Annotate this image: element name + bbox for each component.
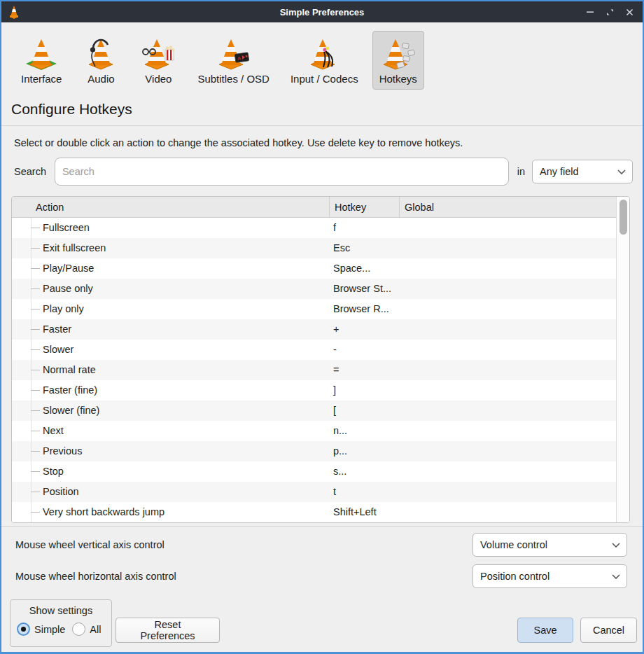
action-cell: Play only <box>43 299 84 319</box>
window-controls <box>582 1 637 22</box>
column-header-global[interactable]: Global <box>400 197 629 217</box>
interface-icon <box>23 36 59 70</box>
tree-branch-dash <box>31 492 40 492</box>
reset-preferences-button[interactable]: Reset Preferences <box>115 618 220 643</box>
scrollbar-thumb[interactable] <box>620 200 627 235</box>
hotkey-cell: = <box>333 360 339 380</box>
tab-label: Hotkeys <box>379 73 417 85</box>
table-header: Action Hotkey Global <box>12 197 629 218</box>
action-cell: Pause only <box>43 279 93 299</box>
table-row[interactable]: Fullscreen f <box>12 218 629 238</box>
radio-simple-label: Simple <box>34 624 65 635</box>
table-row[interactable]: Next n... <box>12 421 629 441</box>
search-input[interactable] <box>55 158 509 186</box>
mouse-wheel-vertical-select[interactable]: Volume control <box>472 533 627 557</box>
tree-branch-dash <box>31 410 40 411</box>
chevron-down-icon <box>612 574 620 579</box>
input-codecs-icon <box>306 36 342 70</box>
hotkey-cell: Browser R... <box>333 299 389 319</box>
tree-branch-dash <box>31 228 40 228</box>
mouse-wheel-horizontal-row: Mouse wheel horizontal axis control Posi… <box>15 564 627 588</box>
vertical-scrollbar[interactable] <box>616 197 629 522</box>
tab-hotkeys[interactable]: Hotkeys <box>372 31 424 90</box>
radio-all-label: All <box>90 624 101 635</box>
divider <box>1 125 643 126</box>
table-row[interactable]: Faster (fine) ] <box>12 380 629 401</box>
tab-input-codecs[interactable]: Input / Codecs <box>284 31 365 90</box>
action-cell: Previous <box>43 441 82 461</box>
save-button[interactable]: Save <box>517 618 573 643</box>
cancel-button[interactable]: Cancel <box>580 618 637 643</box>
table-row[interactable]: Slower - <box>12 340 629 360</box>
show-settings-label: Show settings <box>10 605 111 616</box>
audio-icon <box>83 36 119 70</box>
mouse-wheel-horizontal-select[interactable]: Position control <box>472 564 627 588</box>
restore-button[interactable] <box>602 4 617 20</box>
radio-simple[interactable] <box>17 622 30 636</box>
search-field-select[interactable]: Any field <box>532 160 633 183</box>
tab-audio[interactable]: Audio <box>76 31 126 90</box>
tree-branch-dash <box>31 309 40 309</box>
hotkey-cell: f <box>333 218 336 238</box>
tab-video[interactable]: Video <box>133 31 183 90</box>
table-row[interactable]: Exit fullscreen Esc <box>12 238 629 258</box>
minimize-button[interactable] <box>582 4 598 20</box>
table-row[interactable]: Normal rate = <box>12 360 629 380</box>
table-row[interactable]: Play/Pause Space... <box>12 258 629 279</box>
tree-branch-dash <box>31 288 40 289</box>
table-row[interactable]: Very short backwards jump Shift+Left <box>12 502 629 522</box>
hotkeys-icon <box>380 36 416 70</box>
radio-all[interactable] <box>72 622 85 636</box>
tab-label: Video <box>145 73 172 85</box>
in-label: in <box>517 166 525 177</box>
tree-branch-dash <box>31 471 40 472</box>
action-cell: Very short backwards jump <box>43 502 164 522</box>
search-field-value: Any field <box>540 166 579 177</box>
minimize-icon <box>586 8 594 16</box>
hotkey-cell: t <box>333 482 336 502</box>
search-row: Search in Any field <box>14 158 633 186</box>
show-settings-group: Show settings Simple All <box>10 599 112 647</box>
hotkey-cell: p... <box>333 441 347 461</box>
action-cell: Position <box>43 482 79 502</box>
hotkey-cell: [ <box>333 401 336 421</box>
table-row[interactable]: Play only Browser R... <box>12 299 629 319</box>
hotkey-cell: - <box>333 340 337 360</box>
hotkey-cell: Esc <box>333 238 350 258</box>
table-row[interactable]: Slower (fine) [ <box>12 401 629 421</box>
column-header-action[interactable]: Action <box>12 197 330 217</box>
action-cell: Faster <box>43 319 71 340</box>
action-cell: Slower (fine) <box>43 401 99 421</box>
mouse-wheel-horizontal-label: Mouse wheel horizontal axis control <box>15 571 176 582</box>
hotkey-cell: s... <box>333 461 346 482</box>
tree-branch-dash <box>31 390 40 391</box>
table-row[interactable]: Stop s... <box>12 461 629 482</box>
table-row[interactable]: Faster + <box>12 319 629 340</box>
tab-label: Interface <box>21 73 62 85</box>
action-cell: Stop <box>43 461 64 482</box>
close-button[interactable] <box>622 4 637 20</box>
hotkey-cell: + <box>333 319 339 340</box>
table-row[interactable]: Pause only Browser St... <box>12 279 629 299</box>
table-row[interactable]: Position t <box>12 482 629 502</box>
action-cell: Play/Pause <box>43 258 94 279</box>
mouse-wheel-vertical-label: Mouse wheel vertical axis control <box>15 539 164 550</box>
mouse-wheel-horizontal-value: Position control <box>480 571 550 582</box>
table-row[interactable]: Previous p... <box>12 441 629 461</box>
hotkey-cell: Browser St... <box>333 279 391 299</box>
action-cell: Faster (fine) <box>43 380 97 401</box>
mouse-wheel-vertical-row: Mouse wheel vertical axis control Volume… <box>15 533 627 557</box>
action-cell: Slower <box>43 340 74 360</box>
hotkey-cell: n... <box>333 421 347 441</box>
hotkey-table-body: Fullscreen f Exit fullscreen Esc Play/Pa… <box>12 218 629 522</box>
subtitles-icon: A <box>216 36 252 70</box>
divider <box>1 526 643 527</box>
tab-subtitles[interactable]: A Subtitles / OSD <box>190 31 276 90</box>
column-header-hotkey[interactable]: Hotkey <box>330 197 400 217</box>
tree-branch-dash <box>31 451 40 452</box>
preferences-window: Simple Preferences <box>0 0 644 654</box>
hotkey-cell: ] <box>333 380 336 401</box>
instruction-text: Select or double click an action to chan… <box>14 137 643 148</box>
tree-branch-dash <box>31 349 40 350</box>
tab-interface[interactable]: Interface <box>14 31 69 90</box>
